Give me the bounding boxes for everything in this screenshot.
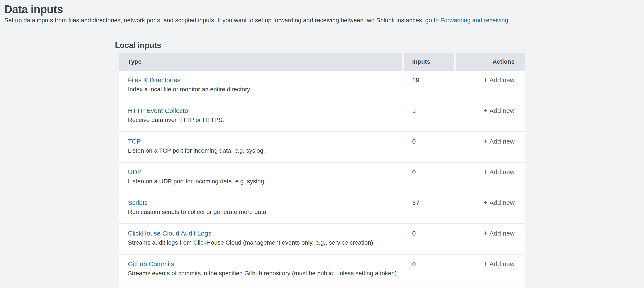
- input-type-link[interactable]: Github Commits: [128, 260, 174, 268]
- input-type-link[interactable]: TCP: [128, 137, 141, 146]
- add-new-button[interactable]: +Add new: [484, 199, 514, 207]
- local-inputs-table: Type Inputs Actions Files & Directories …: [119, 53, 525, 288]
- table-body: Files & Directories Index a local file o…: [119, 71, 525, 285]
- actions-cell: +Add new: [456, 254, 525, 284]
- type-cell: UDP Listen on a UDP port for incoming da…: [119, 163, 404, 193]
- plus-icon: +: [484, 168, 488, 176]
- add-new-label: Add new: [489, 199, 514, 206]
- input-type-link[interactable]: Scripts: [128, 199, 148, 207]
- input-type-description: Streams audit logs from ClickHouse Cloud…: [128, 239, 404, 246]
- plus-icon: +: [484, 260, 488, 268]
- table-header-row: Type Inputs Actions: [119, 53, 525, 71]
- add-new-label: Add new: [489, 230, 514, 237]
- table-row: ClickHouse Cloud Audit Logs Streams audi…: [119, 224, 525, 254]
- column-header-type: Type: [119, 53, 402, 71]
- type-cell: Github Commits Streams events of commits…: [119, 254, 404, 284]
- input-type-link[interactable]: UDP: [128, 168, 142, 176]
- add-new-button[interactable]: +Add new: [484, 229, 514, 237]
- add-new-label: Add new: [489, 260, 514, 267]
- column-header-actions: Actions: [456, 53, 525, 71]
- actions-cell: +Add new: [456, 193, 525, 223]
- add-new-button[interactable]: +Add new: [484, 137, 514, 146]
- table-row: Files & Directories Index a local file o…: [119, 71, 525, 101]
- type-cell: HTTP Event Collector Receive data over H…: [119, 101, 404, 131]
- forwarding-and-receiving-link[interactable]: Forwarding and receiving: [440, 17, 508, 24]
- type-cell: Scripts Run custom scripts to collect or…: [119, 193, 404, 223]
- input-type-description: Streams events of commits in the specifi…: [128, 270, 404, 277]
- input-type-link[interactable]: Files & Directories: [128, 76, 180, 84]
- table-row: Scripts Run custom scripts to collect or…: [119, 193, 525, 224]
- actions-cell: +Add new: [456, 132, 525, 162]
- type-cell: TCP Listen on a TCP port for incoming da…: [119, 132, 404, 162]
- input-type-description: Receive data over HTTP or HTTPS.: [128, 116, 404, 124]
- add-new-button[interactable]: +Add new: [484, 76, 514, 84]
- inputs-count: 0: [404, 254, 456, 284]
- inputs-count: 0: [404, 224, 456, 254]
- type-cell: ClickHouse Cloud Audit Logs Streams audi…: [119, 224, 404, 254]
- input-type-description: Listen on a TCP port for incoming data, …: [128, 147, 404, 154]
- subtitle-period: .: [508, 17, 510, 24]
- plus-icon: +: [484, 76, 488, 84]
- add-new-button[interactable]: +Add new: [484, 168, 514, 176]
- inputs-count: 1: [404, 101, 456, 131]
- add-new-button[interactable]: +Add new: [484, 107, 514, 115]
- page-header: Data inputs Set up data inputs from file…: [0, 0, 644, 31]
- page-subtitle: Set up data inputs from files and direct…: [4, 16, 644, 24]
- table-row: TCP Listen on a TCP port for incoming da…: [119, 132, 525, 163]
- column-header-inputs: Inputs: [404, 53, 454, 71]
- table-row: HTTP Event Collector Receive data over H…: [119, 101, 525, 132]
- page-title: Data inputs: [4, 3, 644, 16]
- inputs-count: 0: [404, 132, 456, 162]
- plus-icon: +: [484, 199, 488, 206]
- input-type-description: Run custom scripts to collect or generat…: [128, 208, 404, 216]
- plus-icon: +: [484, 107, 488, 114]
- actions-cell: +Add new: [456, 101, 525, 131]
- add-new-button[interactable]: +Add new: [484, 260, 514, 268]
- inputs-count: 37: [404, 193, 456, 223]
- local-inputs-heading: Local inputs: [115, 41, 644, 50]
- plus-icon: +: [484, 229, 488, 237]
- input-type-link[interactable]: HTTP Event Collector: [128, 107, 190, 115]
- add-new-label: Add new: [489, 138, 514, 145]
- table-row: UDP Listen on a UDP port for incoming da…: [119, 163, 525, 193]
- plus-icon: +: [484, 138, 488, 145]
- inputs-count: 19: [404, 71, 456, 101]
- input-type-description: Listen on a UDP port for incoming data, …: [128, 178, 404, 185]
- subtitle-text: Set up data inputs from files and direct…: [4, 17, 440, 24]
- add-new-label: Add new: [489, 107, 514, 114]
- add-new-label: Add new: [489, 76, 514, 84]
- add-new-label: Add new: [489, 168, 514, 175]
- table-row: Github Commits Streams events of commits…: [119, 254, 525, 285]
- actions-cell: +Add new: [456, 224, 525, 254]
- partial-next-row: [119, 285, 525, 288]
- actions-cell: +Add new: [456, 163, 525, 193]
- type-cell: Files & Directories Index a local file o…: [119, 71, 404, 101]
- inputs-count: 0: [404, 163, 456, 193]
- input-type-description: Index a local file or monitor an entire …: [128, 86, 404, 93]
- actions-cell: +Add new: [456, 71, 525, 101]
- input-type-link[interactable]: ClickHouse Cloud Audit Logs: [128, 229, 211, 237]
